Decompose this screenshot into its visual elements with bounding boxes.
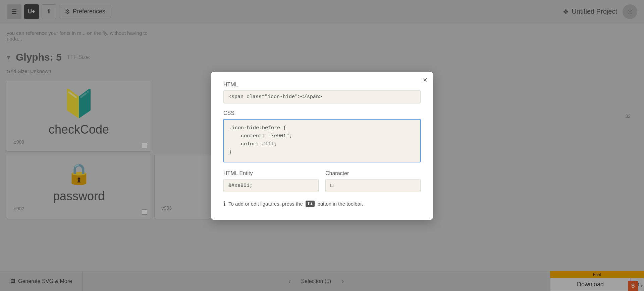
css-textarea[interactable]: .icon-hide:before { content: "\e901"; co… (223, 119, 421, 162)
css-section-label: CSS (223, 110, 421, 116)
html-entity-input[interactable] (223, 179, 319, 192)
glyph-info-modal: × HTML CSS .icon-hide:before { content: … (211, 72, 433, 220)
entity-char-row: HTML Entity Character (223, 170, 421, 192)
fi-toolbar-badge: fi (306, 201, 315, 207)
html-entity-col: HTML Entity (223, 170, 319, 192)
ligature-info: ℹ To add or edit ligatures, press the fi… (223, 200, 421, 208)
character-col: Character (325, 170, 421, 192)
info-text-before: To add or edit ligatures, press the (228, 201, 303, 207)
modal-close-button[interactable]: × (423, 76, 427, 84)
character-input[interactable] (325, 179, 421, 192)
html-entity-label: HTML Entity (223, 170, 319, 176)
character-label: Character (325, 170, 421, 176)
info-icon: ℹ (223, 200, 226, 208)
html-input[interactable] (223, 90, 421, 103)
info-text-after: button in the toolbar. (317, 201, 363, 207)
modal-overlay: × HTML CSS .icon-hide:before { content: … (0, 0, 644, 291)
app-shell: ☰ U+ fi ⚙ Preferences ❖ Untitled Project… (0, 0, 644, 291)
html-section-label: HTML (223, 82, 421, 88)
